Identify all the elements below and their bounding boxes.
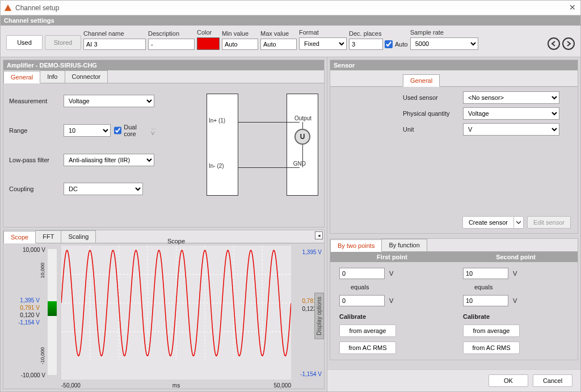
auto-dec-label[interactable]: Auto: [385, 40, 408, 48]
sensor-header: Sensor: [330, 60, 578, 70]
second-point-header: Second point: [454, 252, 578, 262]
equals-1: equals: [339, 284, 445, 290]
tab-amp-general[interactable]: General: [3, 71, 40, 83]
color-label: Color: [197, 29, 220, 36]
tab-amp-info[interactable]: Info: [40, 70, 65, 83]
unit-select[interactable]: V: [463, 123, 559, 136]
cancel-button[interactable]: Cancel: [533, 374, 572, 387]
from-acrms-2-button[interactable]: from AC RMS: [463, 342, 520, 354]
measurement-label: Measurement: [9, 98, 60, 104]
phys-qty-select[interactable]: Voltage: [463, 107, 559, 120]
channel-name-label: Channel name: [83, 30, 146, 37]
range-hint: … V: [151, 125, 160, 136]
calib-tabs: By two points By function: [330, 239, 578, 252]
description-input[interactable]: [148, 39, 195, 50]
auto-dec-checkbox[interactable]: [385, 40, 393, 48]
color-swatch[interactable]: [197, 37, 220, 50]
amplifier-tabs: General Info Connector: [3, 70, 324, 83]
scope-ind-1: 1,395 V: [18, 297, 40, 304]
window-title: Channel setup: [15, 4, 59, 12]
calib-header-row: First point Second point: [330, 252, 578, 262]
tab-fft[interactable]: FFT: [35, 230, 61, 243]
svg-marker-0: [5, 4, 11, 10]
sensor-tabs: General: [330, 70, 578, 87]
dec-places-input[interactable]: [349, 39, 383, 50]
used-sensor-select[interactable]: <No sensor>: [463, 91, 559, 104]
scope-level-fill: [48, 301, 57, 316]
used-button[interactable]: Used: [6, 35, 43, 50]
p2-phys-input[interactable]: [463, 295, 508, 306]
p1-raw-input[interactable]: [339, 268, 385, 279]
scope-r4: -1,154 V: [300, 371, 322, 377]
dec-places-label: Dec. places: [349, 30, 408, 37]
connection-diagram: In+ (1) In- (2) Output GND U: [207, 88, 318, 201]
channel-name-input[interactable]: [83, 39, 146, 50]
tab-scaling[interactable]: Scaling: [61, 230, 96, 243]
format-select[interactable]: Fixed: [299, 37, 347, 50]
tab-scope[interactable]: Scope: [3, 231, 36, 243]
from-acrms-1-button[interactable]: from AC RMS: [339, 342, 396, 354]
dual-core-text: Dual core: [124, 124, 148, 137]
first-point-header: First point: [330, 252, 454, 262]
scope-chart[interactable]: Scope: [61, 246, 291, 380]
scope-x-left: -50,000: [61, 382, 81, 389]
edit-sensor-button[interactable]: Edit sensor: [527, 216, 571, 229]
lpf-label: Low-pass filter: [9, 157, 60, 163]
scope-y-top: 10,000 V: [23, 247, 45, 253]
voltage-symbol: U: [294, 129, 310, 145]
from-average-2-button[interactable]: from average: [463, 324, 520, 337]
coupling-select[interactable]: DC: [64, 183, 143, 195]
wire-top: [238, 122, 300, 123]
used-sensor-label: Used sensor: [403, 94, 460, 101]
window-titlebar: Channel setup ✕: [1, 1, 580, 15]
lpf-select[interactable]: Anti-aliasing filter (IIR): [64, 154, 154, 166]
tab-amp-connector[interactable]: Connector: [65, 70, 108, 83]
create-sensor-caret[interactable]: [514, 216, 524, 229]
scope-x-right: 50,000: [273, 382, 291, 389]
coupling-label: Coupling: [9, 186, 60, 192]
equals-2: equals: [463, 284, 569, 290]
pin-output: Output: [294, 115, 311, 121]
ok-button[interactable]: OK: [489, 374, 528, 387]
scope-side-top: 10,000: [40, 263, 45, 279]
scope-tabs: Scope FFT Scaling: [3, 230, 324, 243]
unit-label: Unit: [403, 126, 460, 133]
pin-gnd: GND: [293, 161, 306, 167]
scope-ind-4: -1,154 V: [18, 319, 40, 326]
app-icon: [4, 4, 12, 12]
min-value-label: Min value: [222, 30, 258, 37]
dual-core-label[interactable]: Dual core: [114, 124, 148, 137]
scope-ind-3: 0,120 V: [18, 311, 40, 319]
scope-y-bot: -10,000 V: [21, 372, 45, 378]
p2-raw-unit: V: [513, 270, 517, 277]
tab-sensor-general[interactable]: General: [403, 74, 440, 87]
max-value-input[interactable]: [260, 39, 297, 50]
range-select[interactable]: 10: [64, 124, 111, 137]
p1-phys-unit: V: [389, 297, 393, 304]
scope-collapse-icon[interactable]: ◂: [315, 231, 323, 239]
close-icon[interactable]: ✕: [569, 3, 576, 12]
scope-side-bot: -10,000: [40, 347, 45, 365]
prev-channel-button[interactable]: [548, 37, 560, 50]
sample-rate-select[interactable]: 5000: [410, 37, 478, 50]
display-options-handle[interactable]: Display options: [314, 293, 324, 339]
create-sensor-button[interactable]: Create sensor: [462, 216, 514, 229]
measurement-select[interactable]: Voltage: [64, 95, 154, 107]
tab-by-function[interactable]: By function: [381, 239, 427, 251]
from-average-1-button[interactable]: from average: [339, 324, 396, 337]
p1-raw-unit: V: [389, 270, 393, 277]
sample-rate-label: Sample rate: [410, 29, 478, 36]
scope-x-mid: ms: [172, 382, 180, 389]
channel-settings-header: Channel settings: [1, 15, 580, 26]
calibrate-1-label: Calibrate: [339, 311, 445, 320]
p2-raw-input[interactable]: [463, 268, 508, 279]
stored-button[interactable]: Stored: [45, 35, 81, 50]
max-value-label: Max value: [260, 30, 297, 37]
min-value-input[interactable]: [222, 39, 258, 50]
wire-bot: [238, 167, 300, 168]
tab-two-points[interactable]: By two points: [330, 239, 382, 252]
dual-core-checkbox[interactable]: [114, 127, 121, 134]
scope-r1: 1,395 V: [302, 249, 322, 255]
next-channel-button[interactable]: [562, 37, 575, 50]
p1-phys-input[interactable]: [339, 295, 385, 306]
